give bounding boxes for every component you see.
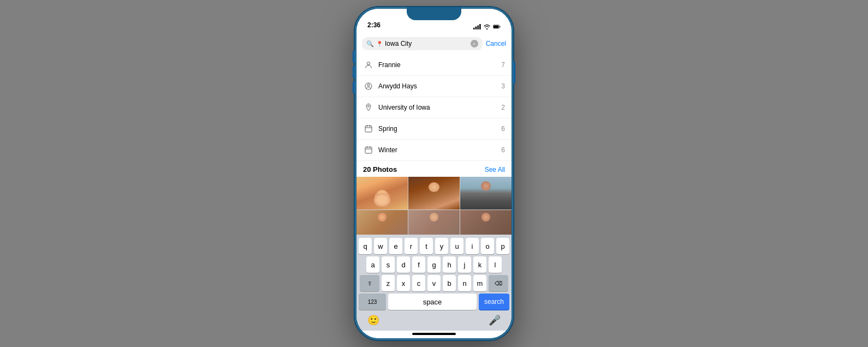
status-icons bbox=[473, 24, 501, 29]
volume-up-button[interactable] bbox=[353, 66, 355, 78]
photos-section: 20 Photos See All bbox=[356, 161, 512, 235]
key-h[interactable]: h bbox=[443, 256, 456, 273]
battery-icon bbox=[493, 24, 501, 29]
see-all-button[interactable]: See All bbox=[485, 166, 505, 174]
key-y[interactable]: y bbox=[435, 238, 448, 254]
key-v[interactable]: v bbox=[427, 275, 441, 291]
result-label-spring: Spring bbox=[378, 125, 497, 133]
photo-thumbnail-woman[interactable] bbox=[408, 177, 460, 210]
key-z[interactable]: z bbox=[382, 275, 395, 291]
result-label-university: University of Iowa bbox=[378, 104, 497, 111]
key-i[interactable]: i bbox=[466, 238, 479, 254]
result-item-university[interactable]: University of Iowa 2 bbox=[356, 97, 512, 118]
svg-rect-1 bbox=[475, 27, 477, 29]
keyboard-row-3: ⇧ z x c v b n m ⌫ bbox=[358, 275, 510, 291]
search-clear-button[interactable]: × bbox=[471, 40, 478, 47]
photos-grid bbox=[356, 177, 512, 235]
result-count-arwydd: 3 bbox=[501, 82, 505, 90]
key-w[interactable]: w bbox=[374, 238, 387, 254]
bottom-utility-bar: 🙂 🎤 bbox=[356, 312, 512, 331]
volume-down-button[interactable] bbox=[353, 81, 355, 93]
home-bar bbox=[412, 333, 456, 335]
key-t[interactable]: t bbox=[420, 238, 433, 254]
result-item-spring[interactable]: Spring 6 bbox=[356, 118, 512, 140]
svg-point-9 bbox=[367, 105, 369, 107]
signal-icon bbox=[473, 24, 481, 29]
svg-rect-3 bbox=[479, 24, 480, 29]
cancel-button[interactable]: Cancel bbox=[486, 40, 506, 47]
mute-button[interactable] bbox=[353, 51, 355, 63]
search-input[interactable]: Iowa City bbox=[385, 40, 468, 47]
calendar-icon-winter bbox=[363, 145, 374, 155]
photo-thumbnail-small2[interactable] bbox=[408, 210, 460, 235]
key-g[interactable]: g bbox=[427, 256, 441, 273]
svg-rect-10 bbox=[365, 126, 372, 132]
result-label-winter: Winter bbox=[378, 146, 497, 154]
key-p[interactable]: p bbox=[496, 238, 509, 254]
photo-thumbnail-small3[interactable] bbox=[460, 210, 512, 235]
shift-key[interactable]: ⇧ bbox=[360, 275, 379, 291]
photos-count-title: 20 Photos bbox=[363, 165, 397, 174]
search-bar-container: 🔍 📍 Iowa City × Cancel bbox=[356, 33, 512, 55]
key-n[interactable]: n bbox=[458, 275, 471, 291]
key-f[interactable]: f bbox=[412, 256, 425, 273]
result-count-winter: 6 bbox=[501, 146, 505, 154]
location-icon bbox=[363, 102, 374, 113]
emoji-icon[interactable]: 🙂 bbox=[367, 314, 379, 326]
phone-frame: 2:36 bbox=[355, 7, 513, 340]
keyboard-bottom-row: 123 space search bbox=[358, 294, 510, 312]
photo-thumbnail-outdoor[interactable] bbox=[460, 177, 512, 210]
key-q[interactable]: q bbox=[359, 238, 372, 254]
photo-thumbnail-baby[interactable] bbox=[356, 177, 408, 210]
key-k[interactable]: k bbox=[473, 256, 486, 273]
svg-rect-0 bbox=[473, 28, 474, 29]
photos-header: 20 Photos See All bbox=[356, 161, 512, 177]
search-icon: 🔍 bbox=[366, 40, 374, 47]
status-time: 2:36 bbox=[367, 21, 381, 29]
keyboard-row-2: a s d f g h j k l bbox=[358, 256, 510, 273]
wifi-icon bbox=[483, 24, 491, 29]
result-count-university: 2 bbox=[501, 104, 505, 111]
person-icon bbox=[363, 59, 374, 70]
phone-screen: 2:36 bbox=[356, 9, 512, 338]
svg-rect-2 bbox=[477, 26, 478, 29]
key-s[interactable]: s bbox=[382, 256, 395, 273]
key-b[interactable]: b bbox=[443, 275, 456, 291]
result-item-arwydd[interactable]: Arwydd Hays 3 bbox=[356, 76, 512, 97]
result-count-spring: 6 bbox=[501, 125, 505, 133]
key-c[interactable]: c bbox=[412, 275, 425, 291]
person-circle-icon bbox=[363, 81, 374, 92]
key-m[interactable]: m bbox=[473, 275, 486, 291]
microphone-icon[interactable]: 🎤 bbox=[489, 314, 501, 326]
space-key[interactable]: space bbox=[388, 294, 477, 310]
location-pin-icon: 📍 bbox=[376, 41, 383, 47]
search-input-wrapper[interactable]: 🔍 📍 Iowa City × bbox=[362, 37, 483, 50]
result-item-winter[interactable]: Winter 6 bbox=[356, 140, 512, 161]
keyboard[interactable]: q w e r t y u i o p a s d f g h j k bbox=[356, 235, 512, 312]
result-item-frannie[interactable]: Frannie 7 bbox=[356, 55, 512, 76]
notch bbox=[407, 7, 461, 20]
key-o[interactable]: o bbox=[481, 238, 494, 254]
calendar-icon-spring bbox=[363, 123, 374, 134]
results-list: Frannie 7 Arwydd Hays 3 University of Io… bbox=[356, 55, 512, 161]
svg-rect-11 bbox=[365, 147, 372, 153]
power-button[interactable] bbox=[513, 62, 515, 83]
key-l[interactable]: l bbox=[489, 256, 502, 273]
svg-point-6 bbox=[367, 62, 370, 65]
photo-thumbnail-small1[interactable] bbox=[356, 210, 408, 235]
svg-point-8 bbox=[367, 84, 370, 86]
key-u[interactable]: u bbox=[450, 238, 463, 254]
key-x[interactable]: x bbox=[397, 275, 410, 291]
key-j[interactable]: j bbox=[458, 256, 471, 273]
result-label-frannie: Frannie bbox=[378, 61, 497, 69]
num-key[interactable]: 123 bbox=[359, 294, 386, 310]
svg-rect-5 bbox=[494, 25, 499, 28]
key-d[interactable]: d bbox=[397, 256, 410, 273]
search-key[interactable]: search bbox=[479, 294, 509, 310]
delete-key[interactable]: ⌫ bbox=[489, 275, 508, 291]
result-label-arwydd: Arwydd Hays bbox=[378, 82, 497, 90]
key-e[interactable]: e bbox=[389, 238, 402, 254]
key-a[interactable]: a bbox=[366, 256, 379, 273]
home-indicator[interactable] bbox=[356, 331, 512, 338]
key-r[interactable]: r bbox=[405, 238, 418, 254]
